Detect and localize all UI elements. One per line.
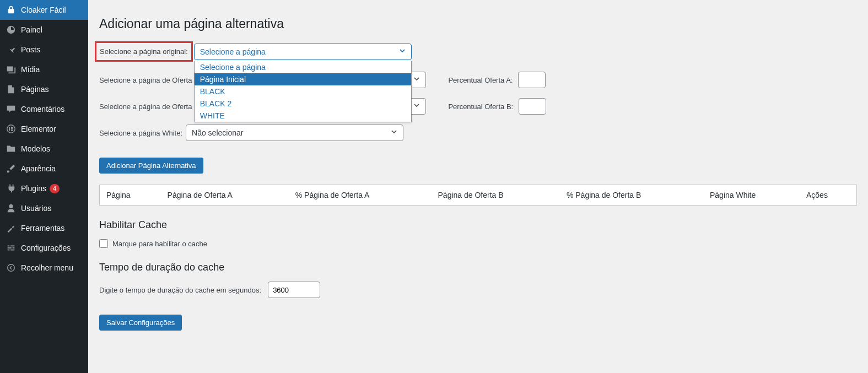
input-percent-b[interactable] (519, 98, 546, 115)
table-header: Página de Oferta A (161, 185, 289, 206)
sidebar-item-collapse[interactable]: Recolher menu (0, 258, 88, 278)
heading-cache: Habilitar Cache (99, 219, 857, 231)
pin-icon (6, 44, 17, 55)
pages-icon (6, 84, 17, 95)
sliders-icon (6, 242, 17, 253)
svg-point-1 (8, 264, 15, 272)
comments-icon (6, 104, 17, 115)
table-header: Página (100, 185, 161, 206)
sidebar-label: Ferramentas (21, 224, 64, 233)
label-oferta-a: Selecione a página de Oferta (99, 76, 192, 84)
row-white: Selecione a página White: Não selecionar (99, 125, 857, 141)
cache-checkbox-row: Marque para habilitar o cache (99, 239, 857, 248)
table-header: % Página de Oferta A (289, 185, 432, 206)
table-header: Página White (703, 185, 800, 206)
sidebar-item-ferramentas[interactable]: Ferramentas (0, 218, 88, 238)
dropdown-option[interactable]: BLACK (195, 85, 411, 98)
folder-icon (6, 143, 17, 154)
admin-sidebar: Cloaker Fácil Painel Posts Mídia Páginas… (0, 0, 88, 347)
label-percent-a: Percentual Oferta A: (448, 76, 513, 84)
sidebar-item-plugins[interactable]: Plugins 4 (0, 179, 88, 198)
input-cache-seconds[interactable] (268, 282, 320, 298)
sidebar-item-modelos[interactable]: Modelos (0, 139, 88, 159)
cache-checkbox-label: Marque para habilitar o cache (112, 240, 207, 248)
select-white[interactable]: Não selecionar (186, 125, 403, 141)
percent-a-group: Percentual Oferta A: (448, 72, 546, 88)
collapse-icon (6, 262, 17, 273)
sidebar-item-posts[interactable]: Posts (0, 40, 88, 60)
sidebar-label: Elementor (21, 125, 56, 133)
sidebar-label: Painel (21, 25, 42, 34)
plugins-badge: 4 (50, 184, 60, 193)
dropdown-option[interactable]: WHITE (195, 110, 411, 122)
sidebar-label: Modelos (21, 144, 50, 153)
label-original-page: Selecione a página original: (95, 41, 193, 62)
sidebar-item-paginas[interactable]: Páginas (0, 79, 88, 99)
select-original-page[interactable]: Selecione a página Selecione a página Pá… (194, 44, 412, 60)
sidebar-item-elementor[interactable]: Elementor (0, 119, 88, 139)
label-percent-b: Percentual Oferta B: (448, 102, 513, 111)
elementor-icon (6, 123, 17, 134)
save-button[interactable]: Salvar Configurações (99, 315, 182, 331)
select-value: Selecione a página (200, 47, 266, 56)
heading-add-alternative: Adicionar uma página alternativa (99, 17, 857, 31)
select-value: Não selecionar (192, 128, 243, 137)
brush-icon (6, 163, 17, 174)
dropdown-option[interactable]: BLACK 2 (195, 98, 411, 110)
sidebar-label: Mídia (21, 65, 40, 74)
chevron-down-icon (412, 101, 421, 112)
lock-icon (6, 4, 17, 15)
label-oferta-b: Selecione a página de Oferta (99, 102, 192, 111)
media-icon (6, 64, 17, 75)
plug-icon (6, 183, 17, 194)
sidebar-label: Aparência (21, 164, 56, 173)
wrench-icon (6, 223, 17, 234)
sidebar-label: Páginas (21, 85, 49, 94)
sidebar-item-comentarios[interactable]: Comentários (0, 99, 88, 119)
alternatives-table: Página Página de Oferta A % Página de Of… (99, 185, 857, 206)
sidebar-label: Cloaker Fácil (21, 6, 66, 14)
sidebar-label: Recolher menu (21, 263, 73, 272)
sidebar-label: Comentários (21, 105, 64, 113)
chevron-down-icon (390, 128, 398, 138)
sidebar-item-cloaker[interactable]: Cloaker Fácil (0, 0, 88, 20)
chevron-down-icon (398, 46, 407, 57)
dashboard-icon (6, 24, 17, 35)
select-display[interactable]: Selecione a página (194, 44, 412, 60)
sidebar-item-usuarios[interactable]: Usuários (0, 198, 88, 218)
table-header: Ações (800, 185, 857, 206)
main-content: Adicionar uma página alternativa Selecio… (88, 0, 868, 347)
sidebar-item-midia[interactable]: Mídia (0, 60, 88, 79)
input-percent-a[interactable] (518, 72, 546, 88)
table-header: Página de Oferta B (432, 185, 560, 206)
label-cache-seconds: Digite o tempo de duração do cache em se… (99, 286, 261, 294)
sidebar-label: Plugins (21, 184, 46, 193)
dropdown-list: Selecione a página Página Inicial BLACK … (194, 61, 412, 122)
label-white: Selecione a página White: (99, 129, 182, 137)
sidebar-label: Usuários (21, 204, 51, 213)
heading-cache-time: Tempo de duração do cache (99, 262, 857, 273)
sidebar-item-configuracoes[interactable]: Configurações (0, 238, 88, 258)
dropdown-option[interactable]: Página Inicial (195, 73, 411, 85)
table-header: % Página de Oferta B (560, 185, 703, 206)
sidebar-label: Posts (21, 45, 40, 54)
add-alternative-button[interactable]: Adicionar Página Alternativa (99, 158, 203, 174)
row-original-page: Selecione a página original: Selecione a… (99, 41, 857, 62)
sidebar-item-painel[interactable]: Painel (0, 20, 88, 40)
chevron-down-icon (412, 75, 421, 85)
percent-b-group: Percentual Oferta B: (448, 98, 546, 115)
sidebar-item-aparencia[interactable]: Aparência (0, 159, 88, 179)
user-icon (6, 203, 17, 214)
cache-seconds-row: Digite o tempo de duração do cache em se… (99, 282, 857, 298)
cache-checkbox[interactable] (99, 239, 108, 248)
sidebar-label: Configurações (21, 244, 71, 252)
dropdown-option[interactable]: Selecione a página (195, 61, 411, 73)
